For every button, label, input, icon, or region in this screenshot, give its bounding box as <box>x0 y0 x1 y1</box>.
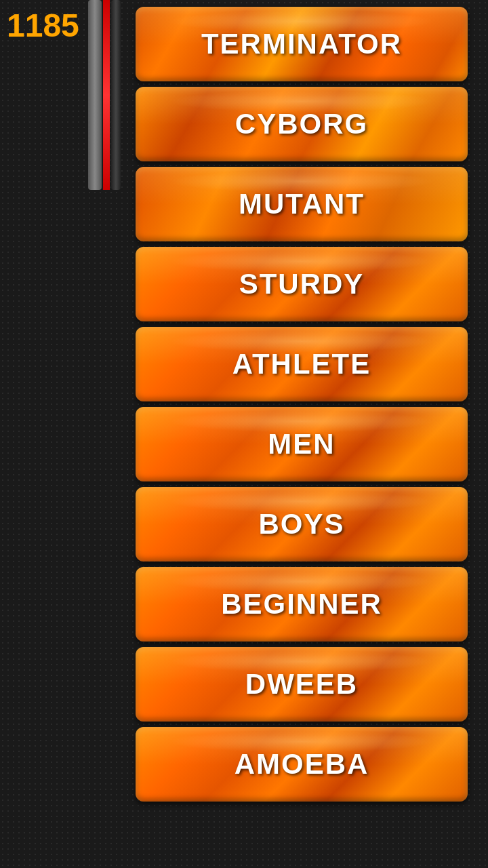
difficulty-menu: TERMINATORCYBORGMUTANTSTURDYATHLETEMENBO… <box>136 7 474 802</box>
difficulty-button-men[interactable]: MEN <box>136 407 468 481</box>
difficulty-button-beginner[interactable]: BEGINNER <box>136 567 468 642</box>
difficulty-button-cyborg[interactable]: CYBORG <box>136 87 468 161</box>
score-display: 1185 <box>7 7 79 44</box>
thermo-dark-bar <box>111 0 121 190</box>
difficulty-button-boys[interactable]: BOYS <box>136 487 468 561</box>
difficulty-button-terminator[interactable]: TERMINATOR <box>136 7 468 81</box>
difficulty-button-dweeb[interactable]: DWEEB <box>136 647 468 722</box>
difficulty-button-mutant[interactable]: MUTANT <box>136 167 468 241</box>
thermo-red-bar <box>103 0 110 190</box>
difficulty-button-athlete[interactable]: ATHLETE <box>136 327 468 401</box>
difficulty-button-amoeba[interactable]: AMOEBA <box>136 727 468 802</box>
difficulty-button-sturdy[interactable]: STURDY <box>136 247 468 321</box>
thermometer <box>88 0 122 190</box>
thermo-gray-bar <box>88 0 102 190</box>
